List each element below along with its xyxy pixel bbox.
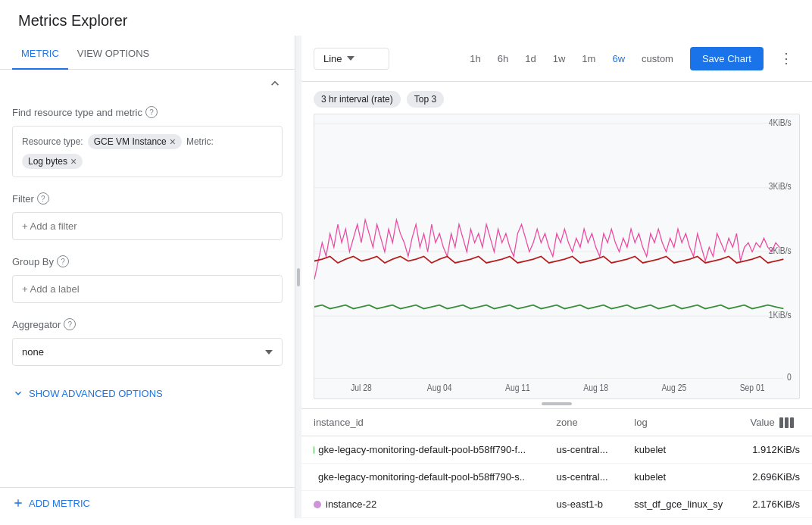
metric-close-icon[interactable]: × [70, 156, 77, 167]
time-btn-custom[interactable]: custom [634, 48, 681, 69]
collapse-bar[interactable] [0, 70, 295, 94]
find-resource-section: Find resource type and metric ? Resource… [12, 106, 283, 177]
chart-type-chevron-icon [347, 56, 354, 61]
col-value: Value [738, 409, 812, 436]
tab-view-options[interactable]: VIEW OPTIONS [68, 36, 158, 70]
svg-text:Aug 11: Aug 11 [505, 383, 530, 393]
cell-zone: us-central... [545, 436, 623, 464]
aggregator-section: Aggregator ? none mean min max sum count [12, 318, 283, 366]
tab-metric[interactable]: METRIC [12, 36, 68, 70]
table-row: instance-22 us-east1-b sst_df_gce_linux_… [301, 491, 812, 518]
group-by-section: Group By ? [12, 255, 283, 303]
svg-text:4KiB/s: 4KiB/s [769, 117, 792, 127]
panel-content: Find resource type and metric ? Resource… [0, 94, 295, 487]
aggregator-label: Aggregator ? [12, 318, 283, 330]
row-dot [314, 501, 321, 508]
svg-text:Aug 04: Aug 04 [427, 383, 452, 393]
time-btn-6w[interactable]: 6w [604, 48, 632, 69]
col-log: log [622, 409, 738, 436]
find-resource-label: Find resource type and metric ? [12, 106, 283, 118]
chart-area: 3 hr interval (rate) Top 3 4KiB/s 3KiB/s… [301, 82, 812, 408]
top3-tag[interactable]: Top 3 [407, 91, 444, 108]
find-resource-help-icon[interactable]: ? [145, 106, 158, 118]
resource-type-label: Resource type: [22, 136, 83, 147]
add-metric-button[interactable]: ADD METRIC [0, 487, 295, 518]
app-title: Metrics Explorer [0, 0, 812, 30]
svg-text:Jul 28: Jul 28 [351, 383, 372, 393]
show-advanced-options[interactable]: SHOW ADVANCED OPTIONS [12, 381, 283, 405]
tabs: METRIC VIEW OPTIONS [0, 36, 295, 70]
aggregator-help-icon[interactable]: ? [64, 318, 76, 330]
cell-log: kubelet [622, 436, 738, 464]
chart-toolbar: Line 1h 6h 1d 1w 1m 6w custom Save Chart… [301, 36, 812, 82]
svg-text:1KiB/s: 1KiB/s [769, 310, 792, 320]
svg-text:0: 0 [787, 372, 792, 382]
filter-label: Filter ? [12, 192, 283, 205]
cell-log: sst_df_gce_linux_sy [622, 491, 738, 518]
right-panel: Line 1h 6h 1d 1w 1m 6w custom Save Chart… [301, 36, 812, 518]
svg-text:Sep 01: Sep 01 [740, 383, 765, 393]
cell-zone: us-central... [545, 464, 623, 491]
aggregator-select[interactable]: none mean min max sum count [12, 338, 283, 366]
group-by-input[interactable] [12, 275, 283, 303]
add-icon [12, 497, 24, 509]
chart-wrapper: 4KiB/s 3KiB/s 2KiB/s 1KiB/s 0 Jul 28 Aug… [314, 114, 800, 399]
time-btn-1d[interactable]: 1d [517, 48, 543, 69]
interval-tag[interactable]: 3 hr interval (rate) [314, 91, 401, 108]
filter-help-icon[interactable]: ? [37, 192, 49, 205]
resource-type-close-icon[interactable]: × [170, 136, 176, 147]
panel-resizer[interactable] [295, 36, 301, 518]
chevron-down-icon [12, 387, 24, 399]
scroll-indicator [542, 402, 572, 405]
columns-icon[interactable] [779, 417, 794, 428]
time-buttons: 1h 6h 1d 1w 1m 6w custom [462, 48, 681, 69]
col-zone: zone [545, 409, 623, 436]
svg-text:Aug 18: Aug 18 [583, 383, 608, 393]
chart-type-select[interactable]: Line [314, 48, 389, 70]
chevron-up-icon [267, 76, 283, 91]
table-row: gke-legacy-monitoring-default-pool-b58ff… [301, 464, 812, 491]
resizer-handle [297, 268, 300, 286]
filter-input[interactable] [12, 212, 283, 240]
metric-label: Metric: [186, 136, 214, 147]
chart-svg: 4KiB/s 3KiB/s 2KiB/s 1KiB/s 0 Jul 28 Aug… [314, 114, 799, 398]
left-panel: METRIC VIEW OPTIONS Find resource type a… [0, 36, 295, 518]
metric-chip[interactable]: Log bytes × [22, 154, 83, 169]
resource-metric-chips: Resource type: GCE VM Instance × Metric:… [12, 126, 283, 177]
cell-value: 2.696KiB/s [738, 464, 812, 491]
filter-section: Filter ? [12, 192, 283, 240]
time-btn-6h[interactable]: 6h [490, 48, 516, 69]
save-chart-button[interactable]: Save Chart [690, 47, 764, 70]
cell-value: 2.176KiB/s [738, 491, 812, 518]
cell-instance-id: instance-22 [301, 491, 545, 518]
chart-tags: 3 hr interval (rate) Top 3 [314, 91, 800, 108]
cell-instance-id: gke-legacy-monitoring-default-pool-b58ff… [301, 436, 545, 464]
data-table: instance_id zone log Value [301, 408, 812, 518]
resource-type-chip[interactable]: GCE VM Instance × [88, 134, 182, 149]
table-row: gke-legacy-monitoring-default-pool-b58ff… [301, 436, 812, 464]
time-btn-1h[interactable]: 1h [462, 48, 488, 69]
cell-log: kubelet [622, 464, 738, 491]
time-btn-1m[interactable]: 1m [574, 48, 603, 69]
more-options-icon[interactable]: ⋮ [773, 45, 800, 72]
results-table: instance_id zone log Value [301, 409, 812, 518]
cell-value: 1.912KiB/s [738, 436, 812, 464]
col-instance-id: instance_id [301, 409, 545, 436]
time-btn-1w[interactable]: 1w [545, 48, 573, 69]
cell-zone: us-east1-b [545, 491, 623, 518]
cell-instance-id: gke-legacy-monitoring-default-pool-b58ff… [301, 464, 545, 491]
group-by-label: Group By ? [12, 255, 283, 267]
group-by-help-icon[interactable]: ? [57, 255, 69, 267]
svg-text:Aug 25: Aug 25 [661, 383, 686, 393]
svg-text:3KiB/s: 3KiB/s [769, 181, 792, 191]
